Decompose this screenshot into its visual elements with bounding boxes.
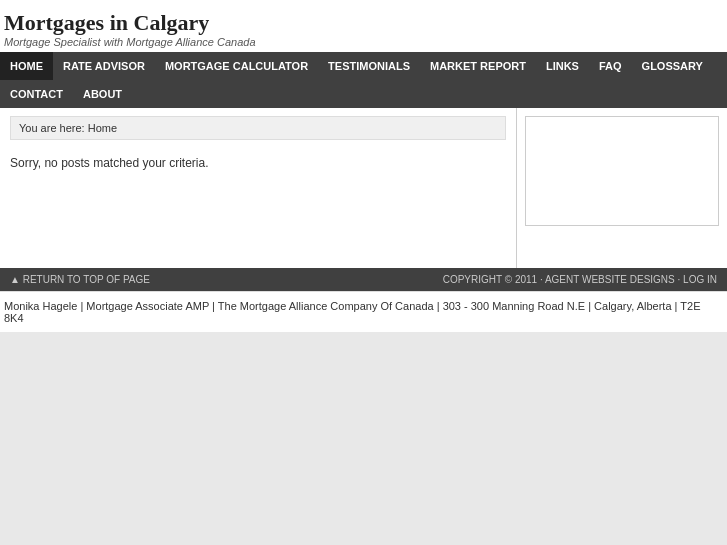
nav-item-market-report[interactable]: MARKET REPORT [420,52,536,80]
breadcrumb: You are here: Home [10,116,506,140]
nav-item-rate-advisor[interactable]: RATE ADVISOR [53,52,155,80]
site-title: Mortgages in Calgary [4,10,727,36]
footer-bar: ▲ RETURN TO TOP OF PAGE COPYRIGHT © 2011… [0,268,727,291]
sidebar [517,108,727,268]
main-nav: HOMERATE ADVISORMORTGAGE CALCULATORTESTI… [0,52,727,108]
nav-item-links[interactable]: LINKS [536,52,589,80]
site-header: Mortgages in Calgary Mortgage Specialist… [0,0,727,52]
main-content: You are here: Home Sorry, no posts match… [0,108,517,268]
nav-item-faq[interactable]: FAQ [589,52,632,80]
nav-item-contact[interactable]: CONTACT [0,80,73,108]
page-footer [0,332,727,462]
site-tagline: Mortgage Specialist with Mortgage Allian… [4,36,727,48]
nav-item-about[interactable]: ABOUT [73,80,132,108]
nav-item-home[interactable]: HOME [0,52,53,80]
nav-item-testimonials[interactable]: TESTIMONIALS [318,52,420,80]
no-posts-message: Sorry, no posts matched your criteria. [10,152,506,174]
content-area: You are here: Home Sorry, no posts match… [0,108,727,268]
contact-info: Monika Hagele | Mortgage Associate AMP |… [4,300,700,324]
copyright-text: COPYRIGHT © 2011 · AGENT WEBSITE DESIGNS… [443,274,717,285]
bottom-bar: Monika Hagele | Mortgage Associate AMP |… [0,291,727,332]
return-to-top-link[interactable]: ▲ RETURN TO TOP OF PAGE [10,274,150,285]
nav-item-glossary[interactable]: GLOSSARY [632,52,713,80]
nav-item-mortgage-calculator[interactable]: MORTGAGE CALCULATOR [155,52,318,80]
sidebar-widget [525,116,719,226]
